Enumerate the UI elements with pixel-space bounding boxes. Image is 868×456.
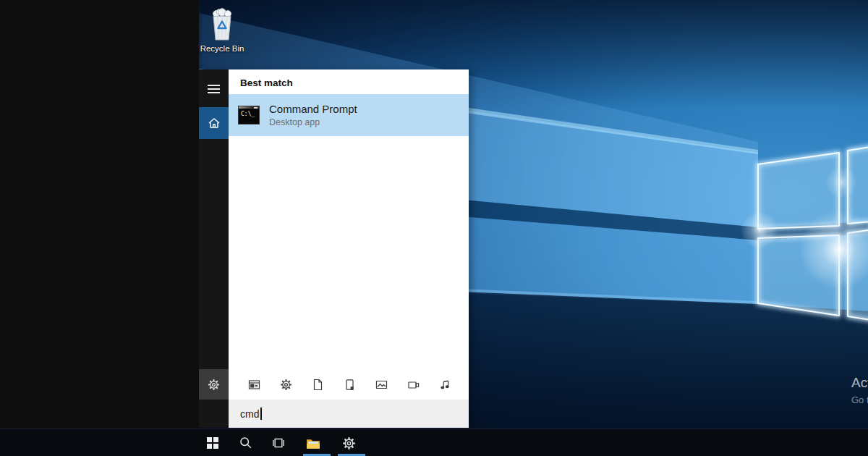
- file-explorer-button[interactable]: [306, 429, 320, 456]
- watermark-line1: Activate Windows: [851, 375, 868, 391]
- text-caret: [260, 408, 262, 420]
- search-results-panel: Best match C:\_ Command Prompt Desktop a…: [229, 69, 469, 428]
- recycle-bin-label: Recycle Bin: [199, 44, 245, 53]
- search-input[interactable]: cmd: [229, 400, 469, 428]
- activate-windows-watermark: Activate Windows Go to Settings to activ…: [851, 375, 868, 405]
- search-icon: [239, 436, 252, 449]
- screenshot-root: Recycle Bin Activate Windows Go to Setti…: [0, 0, 868, 456]
- file-explorer-icon: [306, 437, 320, 449]
- settings-gear-icon: [208, 379, 220, 391]
- result-title: Command Prompt: [269, 103, 357, 115]
- search-settings-button[interactable]: [199, 369, 229, 400]
- start-search-flyout: Best match C:\_ Command Prompt Desktop a…: [199, 69, 469, 428]
- videos-filter-icon[interactable]: [407, 379, 420, 391]
- hamburger-menu-icon[interactable]: [208, 85, 220, 95]
- windows-logo-icon: [207, 437, 219, 449]
- task-view-button[interactable]: [271, 429, 286, 456]
- recycle-bin-desktop-icon[interactable]: Recycle Bin: [199, 7, 245, 53]
- watermark-line2: Go to Settings to activate Windows.: [851, 394, 868, 405]
- taskbar-search-button[interactable]: [239, 429, 253, 456]
- settings-icon: [342, 436, 356, 450]
- home-tab-button[interactable]: [199, 107, 229, 139]
- best-match-result-command-prompt[interactable]: C:\_ Command Prompt Desktop app: [229, 94, 469, 136]
- folders-filter-icon[interactable]: [344, 379, 356, 391]
- taskbar-settings-button[interactable]: [341, 429, 356, 456]
- search-filter-bar: [229, 370, 469, 400]
- command-prompt-icon: C:\_: [238, 106, 260, 124]
- settings-filter-icon[interactable]: [280, 379, 292, 391]
- taskbar: [0, 428, 868, 456]
- apps-filter-icon[interactable]: [248, 379, 260, 391]
- recycle-bin-icon: [208, 7, 237, 41]
- flyout-left-rail: [199, 69, 229, 428]
- task-view-icon: [272, 436, 285, 449]
- documents-filter-icon[interactable]: [312, 379, 324, 391]
- result-subtitle: Desktop app: [269, 117, 357, 127]
- start-button[interactable]: [205, 429, 221, 456]
- photos-filter-icon[interactable]: [375, 379, 388, 391]
- search-input-value: cmd: [240, 408, 259, 420]
- music-filter-icon[interactable]: [439, 379, 451, 391]
- home-icon: [207, 116, 221, 130]
- section-header: Best match: [229, 69, 469, 88]
- command-prompt-icon-glyph: C:\_: [241, 111, 255, 117]
